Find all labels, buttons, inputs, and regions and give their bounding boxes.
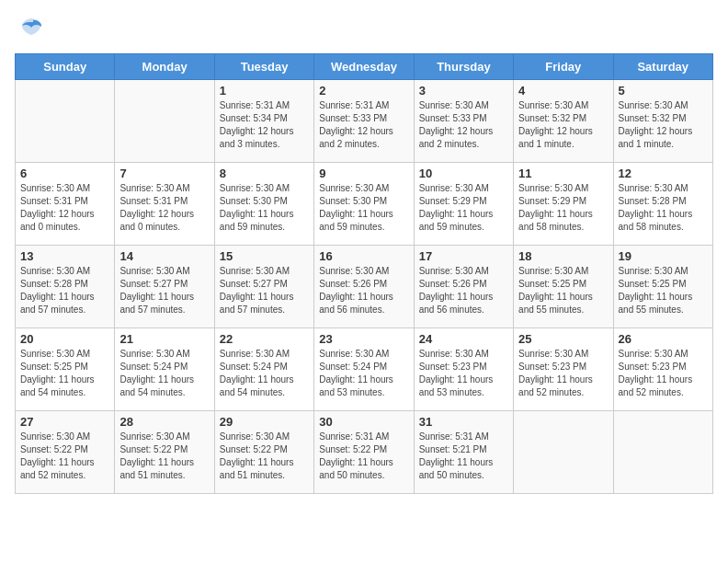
day-info: Sunrise: 5:30 AM Sunset: 5:27 PM Dayligh… xyxy=(220,265,309,316)
weekday-header-sunday: Sunday xyxy=(16,54,115,80)
calendar-cell xyxy=(514,411,613,494)
calendar-cell xyxy=(16,80,115,163)
day-info: Sunrise: 5:30 AM Sunset: 5:32 PM Dayligh… xyxy=(619,99,708,151)
day-number: 16 xyxy=(319,249,408,263)
day-number: 11 xyxy=(518,167,608,180)
calendar-cell: 12Sunrise: 5:30 AM Sunset: 5:28 PM Dayli… xyxy=(613,163,712,246)
calendar-cell: 19Sunrise: 5:30 AM Sunset: 5:25 PM Dayli… xyxy=(613,246,712,328)
calendar-cell: 21Sunrise: 5:30 AM Sunset: 5:24 PM Dayli… xyxy=(115,328,214,411)
day-info: Sunrise: 5:30 AM Sunset: 5:22 PM Dayligh… xyxy=(220,431,309,482)
day-number: 24 xyxy=(419,332,508,346)
day-number: 14 xyxy=(119,249,209,263)
weekday-header-friday: Friday xyxy=(514,54,613,80)
day-number: 17 xyxy=(419,249,508,263)
calendar-cell: 5Sunrise: 5:30 AM Sunset: 5:32 PM Daylig… xyxy=(613,80,712,163)
calendar-cell: 30Sunrise: 5:31 AM Sunset: 5:22 PM Dayli… xyxy=(314,411,414,494)
calendar-cell xyxy=(115,80,214,163)
day-number: 19 xyxy=(619,249,708,263)
day-number: 29 xyxy=(220,415,309,429)
calendar-week-4: 20Sunrise: 5:30 AM Sunset: 5:25 PM Dayli… xyxy=(16,328,713,411)
day-number: 23 xyxy=(319,332,408,346)
calendar-week-1: 1Sunrise: 5:31 AM Sunset: 5:34 PM Daylig… xyxy=(16,80,713,163)
calendar-cell: 3Sunrise: 5:30 AM Sunset: 5:33 PM Daylig… xyxy=(414,80,513,163)
day-number: 7 xyxy=(119,167,209,180)
calendar-cell: 26Sunrise: 5:30 AM Sunset: 5:23 PM Dayli… xyxy=(613,328,712,411)
calendar-cell: 13Sunrise: 5:30 AM Sunset: 5:28 PM Dayli… xyxy=(16,246,115,328)
calendar-cell: 27Sunrise: 5:30 AM Sunset: 5:22 PM Dayli… xyxy=(16,411,115,494)
weekday-header-row: SundayMondayTuesdayWednesdayThursdayFrid… xyxy=(16,54,713,80)
day-info: Sunrise: 5:30 AM Sunset: 5:23 PM Dayligh… xyxy=(518,348,608,399)
day-number: 15 xyxy=(220,249,309,263)
day-info: Sunrise: 5:30 AM Sunset: 5:26 PM Dayligh… xyxy=(319,265,408,316)
calendar-cell: 24Sunrise: 5:30 AM Sunset: 5:23 PM Dayli… xyxy=(414,328,513,411)
calendar-cell: 10Sunrise: 5:30 AM Sunset: 5:29 PM Dayli… xyxy=(414,163,513,246)
calendar-cell: 14Sunrise: 5:30 AM Sunset: 5:27 PM Dayli… xyxy=(115,246,214,328)
day-info: Sunrise: 5:30 AM Sunset: 5:24 PM Dayligh… xyxy=(220,348,309,399)
calendar-cell: 23Sunrise: 5:30 AM Sunset: 5:24 PM Dayli… xyxy=(314,328,414,411)
weekday-header-wednesday: Wednesday xyxy=(314,54,414,80)
day-info: Sunrise: 5:31 AM Sunset: 5:22 PM Dayligh… xyxy=(319,431,408,482)
day-info: Sunrise: 5:30 AM Sunset: 5:28 PM Dayligh… xyxy=(20,265,109,316)
day-number: 30 xyxy=(319,415,408,429)
weekday-header-thursday: Thursday xyxy=(414,54,513,80)
day-number: 21 xyxy=(119,332,209,346)
day-info: Sunrise: 5:31 AM Sunset: 5:33 PM Dayligh… xyxy=(319,99,408,151)
day-info: Sunrise: 5:30 AM Sunset: 5:25 PM Dayligh… xyxy=(20,348,109,399)
calendar-cell: 16Sunrise: 5:30 AM Sunset: 5:26 PM Dayli… xyxy=(314,246,414,328)
weekday-header-saturday: Saturday xyxy=(613,54,712,80)
calendar-cell: 4Sunrise: 5:30 AM Sunset: 5:32 PM Daylig… xyxy=(514,80,613,163)
day-info: Sunrise: 5:30 AM Sunset: 5:23 PM Dayligh… xyxy=(419,348,508,399)
day-info: Sunrise: 5:30 AM Sunset: 5:29 PM Dayligh… xyxy=(419,182,508,234)
calendar-week-5: 27Sunrise: 5:30 AM Sunset: 5:22 PM Dayli… xyxy=(16,411,713,494)
calendar-cell: 2Sunrise: 5:31 AM Sunset: 5:33 PM Daylig… xyxy=(314,80,414,163)
weekday-header-monday: Monday xyxy=(115,54,214,80)
calendar-cell: 28Sunrise: 5:30 AM Sunset: 5:22 PM Dayli… xyxy=(115,411,214,494)
calendar-cell: 7Sunrise: 5:30 AM Sunset: 5:31 PM Daylig… xyxy=(115,163,214,246)
day-number: 18 xyxy=(518,249,608,263)
day-info: Sunrise: 5:30 AM Sunset: 5:32 PM Dayligh… xyxy=(518,99,608,151)
day-info: Sunrise: 5:30 AM Sunset: 5:31 PM Dayligh… xyxy=(119,182,209,234)
calendar-cell: 22Sunrise: 5:30 AM Sunset: 5:24 PM Dayli… xyxy=(214,328,313,411)
day-number: 28 xyxy=(119,415,209,429)
day-number: 6 xyxy=(20,167,109,180)
day-info: Sunrise: 5:30 AM Sunset: 5:22 PM Dayligh… xyxy=(20,431,109,482)
day-info: Sunrise: 5:31 AM Sunset: 5:34 PM Dayligh… xyxy=(220,99,309,151)
day-info: Sunrise: 5:30 AM Sunset: 5:24 PM Dayligh… xyxy=(319,348,408,399)
page-header xyxy=(15,15,713,46)
day-number: 31 xyxy=(419,415,508,429)
logo-bird-icon xyxy=(18,15,44,46)
day-info: Sunrise: 5:30 AM Sunset: 5:24 PM Dayligh… xyxy=(119,348,209,399)
day-number: 25 xyxy=(518,332,608,346)
day-info: Sunrise: 5:30 AM Sunset: 5:30 PM Dayligh… xyxy=(220,182,309,234)
day-number: 5 xyxy=(619,84,708,98)
calendar-table: SundayMondayTuesdayWednesdayThursdayFrid… xyxy=(15,53,713,494)
calendar-cell: 9Sunrise: 5:30 AM Sunset: 5:30 PM Daylig… xyxy=(314,163,414,246)
day-number: 13 xyxy=(20,249,109,263)
day-number: 2 xyxy=(319,84,408,98)
calendar-header: SundayMondayTuesdayWednesdayThursdayFrid… xyxy=(16,54,713,80)
day-number: 26 xyxy=(619,332,708,346)
day-info: Sunrise: 5:30 AM Sunset: 5:33 PM Dayligh… xyxy=(419,99,508,151)
calendar-cell: 6Sunrise: 5:30 AM Sunset: 5:31 PM Daylig… xyxy=(16,163,115,246)
day-info: Sunrise: 5:30 AM Sunset: 5:23 PM Dayligh… xyxy=(619,348,708,399)
day-number: 1 xyxy=(220,84,309,98)
day-number: 20 xyxy=(20,332,109,346)
day-number: 27 xyxy=(20,415,109,429)
day-number: 9 xyxy=(319,167,408,180)
calendar-cell: 31Sunrise: 5:31 AM Sunset: 5:21 PM Dayli… xyxy=(414,411,513,494)
calendar-cell: 25Sunrise: 5:30 AM Sunset: 5:23 PM Dayli… xyxy=(514,328,613,411)
calendar-week-3: 13Sunrise: 5:30 AM Sunset: 5:28 PM Dayli… xyxy=(16,246,713,328)
calendar-body: 1Sunrise: 5:31 AM Sunset: 5:34 PM Daylig… xyxy=(16,80,713,494)
day-info: Sunrise: 5:30 AM Sunset: 5:26 PM Dayligh… xyxy=(419,265,508,316)
day-number: 10 xyxy=(419,167,508,180)
logo xyxy=(15,15,44,46)
day-info: Sunrise: 5:30 AM Sunset: 5:25 PM Dayligh… xyxy=(619,265,708,316)
calendar-cell: 17Sunrise: 5:30 AM Sunset: 5:26 PM Dayli… xyxy=(414,246,513,328)
day-number: 8 xyxy=(220,167,309,180)
day-info: Sunrise: 5:31 AM Sunset: 5:21 PM Dayligh… xyxy=(419,431,508,482)
day-info: Sunrise: 5:30 AM Sunset: 5:29 PM Dayligh… xyxy=(518,182,608,234)
day-info: Sunrise: 5:30 AM Sunset: 5:25 PM Dayligh… xyxy=(518,265,608,316)
calendar-cell: 11Sunrise: 5:30 AM Sunset: 5:29 PM Dayli… xyxy=(514,163,613,246)
day-info: Sunrise: 5:30 AM Sunset: 5:31 PM Dayligh… xyxy=(20,182,109,234)
calendar-cell: 1Sunrise: 5:31 AM Sunset: 5:34 PM Daylig… xyxy=(214,80,313,163)
